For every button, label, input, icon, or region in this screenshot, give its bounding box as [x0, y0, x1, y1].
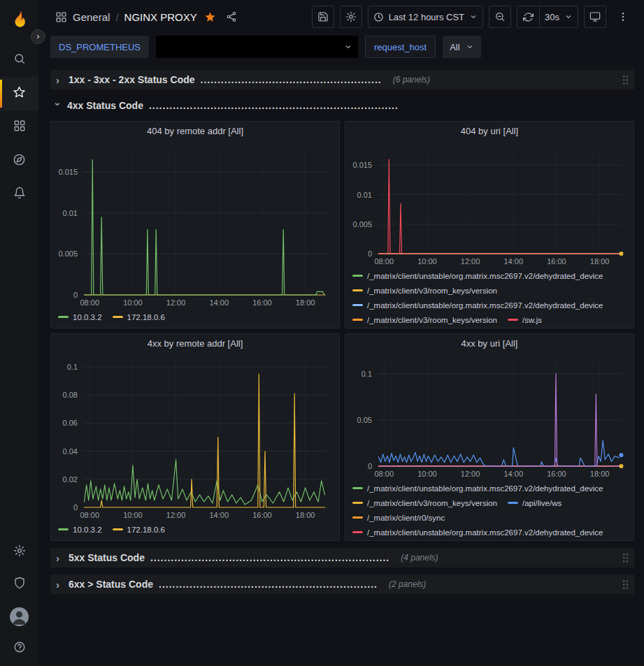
breadcrumb-title[interactable]: NGINX PROXY	[124, 11, 197, 23]
row-drag-handle[interactable]	[622, 553, 629, 563]
legend-item[interactable]: /sw.js	[508, 312, 542, 327]
svg-text:0.02: 0.02	[63, 475, 78, 484]
legend-series-swatch	[508, 502, 518, 504]
legend-item[interactable]: /_matrix/client/unstable/org.matrix.msc2…	[352, 525, 603, 540]
svg-text:14:00: 14:00	[210, 298, 229, 307]
legend-item[interactable]: 172.18.0.6	[113, 522, 165, 537]
legend-item[interactable]: /_matrix/client/unstable/org.matrix.msc2…	[352, 298, 603, 312]
legend-item[interactable]: /_matrix/client/r0/sync	[352, 510, 445, 525]
legend-series-swatch	[508, 319, 518, 321]
request-host-picker[interactable]: All	[443, 36, 480, 58]
chevron-down-icon	[344, 43, 352, 51]
legend-series-label: /_matrix/client/r0/sync	[367, 514, 445, 522]
legend-series-label: /sw.js	[522, 316, 542, 324]
svg-text:08:00: 08:00	[374, 470, 394, 478]
sidebar-item-configuration[interactable]	[0, 536, 38, 568]
legend-series-label: 172.18.0.6	[127, 526, 165, 534]
row-4xx[interactable]: › 4xx Status Code ......................…	[50, 96, 634, 115]
svg-text:16:00: 16:00	[252, 298, 272, 307]
svg-text:10:00: 10:00	[417, 257, 437, 266]
zoom-out-button[interactable]	[489, 6, 511, 28]
share-icon[interactable]	[226, 11, 237, 22]
sidebar-item-explore[interactable]	[0, 144, 38, 178]
legend-item[interactable]: /_matrix/client/v3/room_keys/version	[352, 495, 497, 510]
sidebar-expand-button[interactable]: ›	[31, 29, 45, 44]
svg-text:16:00: 16:00	[547, 470, 566, 478]
refresh-button[interactable]	[517, 6, 539, 28]
legend-item[interactable]: /_matrix/client/unstable/org.matrix.msc2…	[352, 268, 603, 283]
sidebar-item-alerting[interactable]	[0, 178, 38, 211]
variables-bar: DS_PROMETHEUS request_host All	[38, 34, 644, 65]
legend-item[interactable]: /api/live/ws	[508, 495, 561, 510]
panel-title[interactable]: 404 by uri [All]	[345, 122, 634, 140]
legend-item[interactable]: 10.0.3.2	[58, 522, 102, 537]
sidebar-item-server-admin[interactable]	[0, 568, 38, 600]
sidebar-item-starred[interactable]	[0, 77, 38, 110]
sidebar-item-profile[interactable]	[0, 600, 38, 632]
sidebar-item-dashboards[interactable]	[0, 110, 38, 144]
svg-text:0.1: 0.1	[362, 370, 372, 378]
chevron-down-icon	[466, 43, 474, 51]
legend-series-label: /_matrix/client/unstable/org.matrix.msc2…	[367, 301, 603, 310]
dashboard-settings-button[interactable]	[340, 6, 362, 28]
row-title-dots: ........................................…	[149, 100, 399, 111]
request-host-label[interactable]: request_host	[365, 36, 436, 58]
legend-series-label: /_matrix/client/unstable/org.matrix.msc2…	[367, 272, 603, 280]
sidebar-item-help[interactable]	[0, 632, 38, 665]
datasource-picker[interactable]	[156, 36, 358, 58]
time-series-chart[interactable]: 08:0010:0012:0014:0016:0018:0000.050.1	[345, 353, 634, 480]
refresh-interval-dropdown[interactable]: 30s	[539, 6, 578, 28]
legend-item[interactable]: 10.0.3.2	[58, 310, 102, 324]
panel-legend: /_matrix/client/unstable/org.matrix.msc2…	[345, 480, 634, 540]
legend-item[interactable]: /_matrix/client/v3/room_keys/version	[352, 283, 497, 298]
row-drag-handle[interactable]	[622, 579, 629, 590]
legend-series-swatch	[352, 289, 363, 291]
time-range-picker[interactable]: Last 12 hours CST	[368, 6, 483, 28]
panel-4xx-by-remote-addr: 4xx by remote addr [All] 08:0010:0012:00…	[50, 333, 340, 541]
row-1xx-3xx-2xx[interactable]: › 1xx - 3xx - 2xx Status Code ..........…	[50, 70, 634, 89]
svg-text:08:00: 08:00	[80, 511, 99, 519]
legend-series-swatch	[352, 531, 363, 533]
legend-series-label: 10.0.3.2	[73, 526, 102, 534]
breadcrumb-section[interactable]: General	[73, 11, 110, 23]
panel-4xx-by-uri: 4xx by uri [All] 08:0010:0012:0014:0016:…	[345, 333, 634, 541]
row-drag-handle[interactable]	[622, 75, 629, 85]
row-6xx[interactable]: › 6xx > Status Code ....................…	[50, 574, 634, 594]
row-title-dots: ........................................…	[159, 579, 378, 590]
panel-title[interactable]: 4xx by uri [All]	[345, 334, 634, 353]
more-menu-button[interactable]	[612, 6, 634, 28]
grafana-logo[interactable]	[0, 6, 38, 34]
legend-series-label: 172.18.0.6	[127, 313, 165, 321]
svg-text:10:00: 10:00	[123, 511, 143, 519]
row-5xx[interactable]: › 5xx Status Code ......................…	[50, 548, 634, 567]
legend-series-label: /_matrix/client/v3/room_keys/version	[367, 316, 497, 324]
svg-text:12:00: 12:00	[166, 511, 186, 519]
datasource-label[interactable]: DS_PROMETHEUS	[50, 36, 149, 58]
compass-icon	[13, 153, 26, 169]
legend-item[interactable]: /_matrix/client/unstable/org.matrix.msc2…	[352, 481, 603, 495]
legend-item[interactable]: 172.18.0.6	[113, 310, 165, 324]
time-series-chart[interactable]: 08:0010:0012:0014:0016:0018:0000.020.040…	[51, 353, 339, 521]
user-avatar	[10, 607, 29, 626]
request-host-value: All	[450, 42, 459, 52]
panel-404-by-uri: 404 by uri [All] 08:0010:0012:0014:0016:…	[345, 121, 634, 328]
panel-title[interactable]: 404 by remote addr [All]	[51, 122, 339, 140]
svg-text:0.05: 0.05	[357, 416, 372, 424]
svg-text:10:00: 10:00	[417, 470, 437, 478]
chevron-down-icon	[564, 13, 573, 21]
legend-series-swatch	[58, 316, 69, 318]
tv-mode-button[interactable]	[584, 6, 606, 28]
legend-series-label: /_matrix/client/unstable/org.matrix.msc2…	[367, 484, 603, 493]
bell-icon	[13, 187, 26, 202]
svg-text:0: 0	[73, 503, 78, 512]
legend-item[interactable]: /_matrix/client/v3/room_keys/version	[352, 312, 497, 327]
favorite-star-icon[interactable]	[204, 11, 216, 23]
sidebar-item-search[interactable]	[0, 43, 38, 77]
save-dashboard-button[interactable]	[312, 6, 334, 28]
time-series-chart[interactable]: 08:0010:0012:0014:0016:0018:0000.0050.01…	[51, 140, 339, 309]
svg-text:0.1: 0.1	[67, 363, 78, 371]
time-series-chart[interactable]: 08:0010:0012:0014:0016:0018:0000.0050.01…	[345, 140, 634, 268]
svg-text:0.005: 0.005	[352, 220, 372, 229]
panel-title[interactable]: 4xx by remote addr [All]	[51, 334, 339, 353]
svg-text:0.015: 0.015	[58, 168, 78, 176]
